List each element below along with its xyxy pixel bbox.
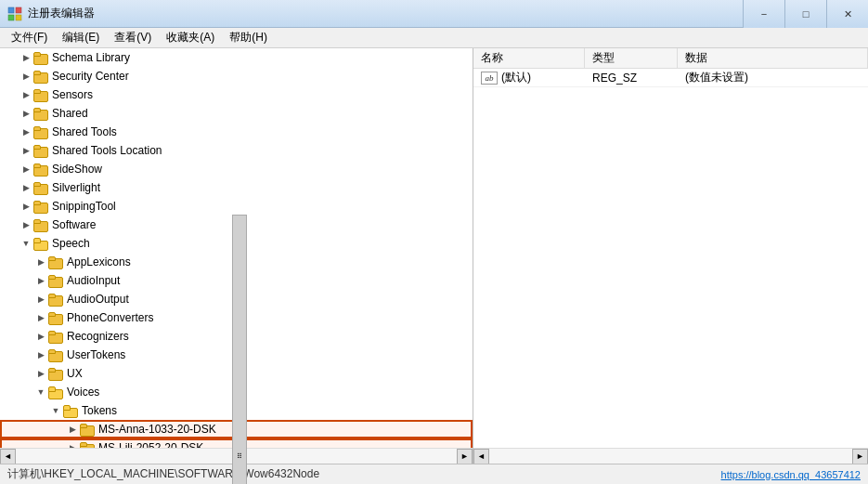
tree-label: AudioInput (67, 274, 120, 287)
tree-label: Shared (52, 107, 88, 120)
folder-icon (80, 423, 95, 436)
expand-icon[interactable]: ▶ (19, 50, 33, 65)
scroll-grip: ⠿ (232, 215, 247, 464)
svg-rect-2 (8, 15, 14, 20)
expand-icon[interactable]: ▶ (19, 87, 33, 102)
tree-item-sideshow[interactable]: ▶ SideShow (0, 160, 473, 178)
folder-icon (48, 348, 63, 361)
folder-icon (80, 441, 95, 448)
menu-edit[interactable]: 编辑(E) (55, 28, 107, 47)
expand-icon[interactable]: ▶ (33, 273, 48, 288)
tree-label: Voices (67, 386, 99, 399)
tree-hscrollbar[interactable]: ◄ ► ⠿ (0, 448, 473, 464)
expand-icon[interactable]: ▶ (19, 106, 33, 121)
expand-icon[interactable]: ▶ (33, 292, 48, 307)
tree-label: Silverlight (52, 181, 100, 194)
svg-rect-1 (16, 7, 21, 13)
ab-icon: ab (481, 72, 498, 85)
tree-label: Shared Tools (52, 125, 117, 138)
tree-label: UX (67, 367, 83, 380)
expand-icon[interactable]: ▼ (48, 403, 63, 418)
scroll-left-btn[interactable]: ◄ (473, 449, 489, 464)
expand-icon[interactable]: ▶ (19, 180, 33, 195)
folder-icon (33, 125, 48, 138)
tree-label: MS-Lili-2052-20-DSK (98, 441, 203, 448)
tree-item-schema-library[interactable]: ▶ Schema Library (0, 48, 473, 67)
tree-label: SnippingTool (52, 200, 116, 213)
status-link[interactable]: https://blog.csdn.qq_43657412 (721, 469, 861, 480)
expand-icon[interactable]: ▶ (19, 162, 33, 177)
expand-icon[interactable]: ▶ (19, 143, 33, 158)
expand-icon[interactable]: ▶ (33, 310, 48, 325)
col-header-name: 名称 (473, 48, 585, 68)
tree-item-sensors[interactable]: ▶ Sensors (0, 85, 473, 104)
main-container: ▶ Schema Library ▶ Security Center ▶ Sen… (0, 48, 868, 484)
expand-icon[interactable]: ▶ (65, 440, 80, 448)
tree-label: Sensors (52, 88, 93, 101)
expand-icon[interactable]: ▶ (33, 329, 48, 344)
tree-item-shared-tools[interactable]: ▶ Shared Tools (0, 123, 473, 141)
window-controls: − □ ✕ (743, 0, 868, 28)
tree-label: Recognizers (67, 330, 129, 343)
right-panel: 名称 类型 数据 ab (默认) REG_SZ (数值未设置) ◄ (473, 48, 868, 464)
scroll-right-btn[interactable]: ► (852, 449, 868, 464)
menu-view[interactable]: 查看(V) (107, 28, 159, 47)
tree-label: Software (52, 218, 96, 231)
reg-name-cell: ab (默认) (473, 69, 585, 87)
reg-name-value: (默认) (501, 70, 531, 85)
expand-icon[interactable]: ▶ (33, 347, 48, 362)
tree-label: Security Center (52, 70, 129, 83)
scroll-track[interactable] (489, 449, 852, 464)
folder-open-icon (63, 404, 78, 417)
expand-icon[interactable]: ▶ (19, 69, 33, 84)
folder-icon (33, 163, 48, 176)
status-bar: 计算机\HKEY_LOCAL_MACHINE\SOFTWARE\Wow6432N… (0, 464, 868, 484)
tree-item-security-center[interactable]: ▶ Security Center (0, 67, 473, 85)
scroll-left-btn[interactable]: ◄ (0, 449, 16, 464)
minimize-button[interactable]: − (743, 0, 784, 28)
folder-icon (33, 88, 48, 101)
svg-rect-3 (16, 15, 21, 20)
menu-favorites[interactable]: 收藏夹(A) (159, 28, 222, 47)
tree-label: SideShow (52, 163, 102, 176)
tree-label: Tokens (82, 404, 117, 417)
tree-item-silverlight[interactable]: ▶ Silverlight (0, 178, 473, 197)
folder-icon (33, 144, 48, 157)
folder-icon (48, 293, 63, 306)
expand-icon[interactable]: ▶ (65, 422, 80, 437)
registry-row[interactable]: ab (默认) REG_SZ (数值未设置) (473, 69, 868, 87)
close-button[interactable]: ✕ (826, 0, 868, 28)
menu-help[interactable]: 帮助(H) (222, 28, 275, 47)
tree-item-shared-tools-location[interactable]: ▶ Shared Tools Location (0, 141, 473, 160)
expand-icon[interactable]: ▶ (33, 255, 48, 269)
status-path: 计算机\HKEY_LOCAL_MACHINE\SOFTWARE\Wow6432N… (7, 466, 319, 482)
folder-icon (33, 107, 48, 120)
folder-icon (48, 330, 63, 343)
expand-icon[interactable]: ▼ (19, 236, 33, 251)
tree-item-snippingtool[interactable]: ▶ SnippingTool (0, 197, 473, 216)
title-text: 注册表编辑器 (28, 6, 95, 21)
expand-icon[interactable]: ▶ (19, 217, 33, 232)
registry-content[interactable]: ab (默认) REG_SZ (数值未设置) (473, 69, 868, 448)
reg-data-cell: (数值未设置) (678, 69, 868, 87)
menu-file[interactable]: 文件(F) (4, 28, 55, 47)
folder-icon (48, 367, 63, 380)
scroll-right-btn[interactable]: ► (457, 449, 473, 464)
tree-label: PhoneConverters (67, 311, 153, 324)
expand-icon[interactable]: ▼ (33, 385, 48, 399)
expand-icon[interactable]: ▶ (19, 199, 33, 214)
tree-label: AudioOutput (67, 293, 129, 306)
folder-open-icon (33, 237, 48, 250)
reg-type-cell: REG_SZ (585, 70, 678, 86)
maximize-button[interactable]: □ (784, 0, 826, 28)
folder-icon (33, 181, 48, 194)
folder-icon (48, 311, 63, 324)
tree-item-shared[interactable]: ▶ Shared (0, 104, 473, 123)
expand-icon[interactable]: ▶ (19, 124, 33, 139)
folder-icon (48, 274, 63, 287)
right-hscrollbar[interactable]: ◄ ► (473, 448, 868, 464)
tree-label: MS-Anna-1033-20-DSK (98, 423, 216, 436)
tree-panel: ▶ Schema Library ▶ Security Center ▶ Sen… (0, 48, 473, 464)
expand-icon[interactable]: ▶ (33, 366, 48, 381)
col-header-data: 数据 (678, 48, 868, 68)
